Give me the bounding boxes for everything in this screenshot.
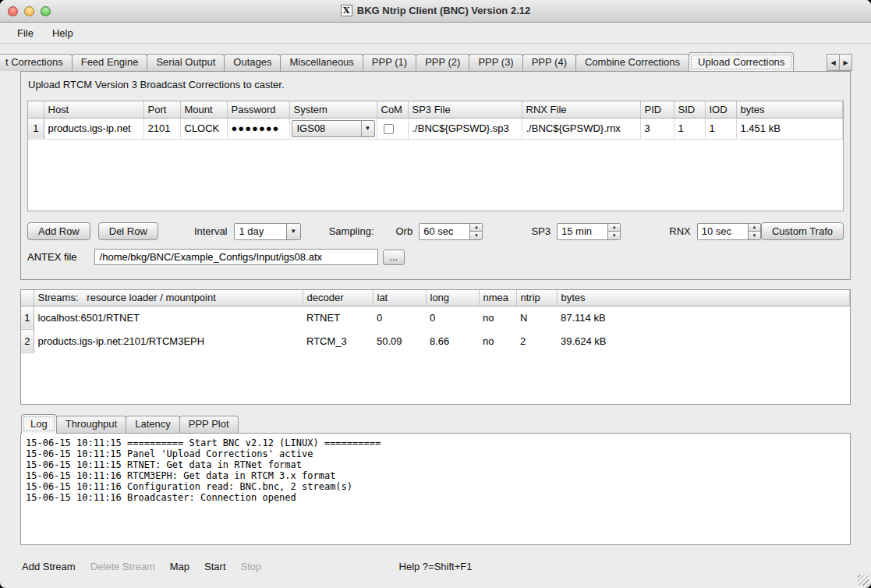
bytes-cell: 87.114 kB — [557, 306, 850, 329]
rnx-spinbox[interactable]: 10 sec ▲ ▼ — [697, 223, 761, 240]
titlebar[interactable]: X BKG Ntrip Client (BNC) Version 2.12 — [0, 0, 871, 23]
port-cell[interactable]: 2101 — [143, 118, 180, 139]
password-header[interactable]: Password — [227, 101, 289, 118]
resize-grip[interactable] — [858, 575, 869, 586]
stop-button: Stop — [241, 561, 262, 572]
nmea-cell[interactable]: no — [479, 306, 516, 329]
pid-header[interactable]: PID — [640, 101, 674, 118]
lat-header[interactable]: lat — [373, 290, 426, 306]
long-cell[interactable]: 0 — [426, 306, 479, 329]
decoder-header[interactable]: decoder — [303, 290, 373, 306]
mountpoint-cell[interactable]: products.igs-ip.net:2101/RTCM3EPH — [34, 329, 303, 352]
tab-log[interactable]: Log — [21, 414, 57, 434]
iod-header[interactable]: IOD — [705, 101, 736, 118]
tab-upload-corrections[interactable]: Upload Corrections — [689, 52, 794, 71]
interval-select[interactable]: 1 day ▼ — [234, 223, 301, 240]
mount-cell[interactable]: CLOCK — [180, 118, 227, 139]
stream-row[interactable]: 2 products.igs-ip.net:2101/RTCM3EPH RTCM… — [21, 329, 850, 352]
tab-latency[interactable]: Latency — [126, 416, 180, 433]
spin-up-icon[interactable]: ▲ — [470, 224, 482, 232]
tab-throughput[interactable]: Throughput — [56, 416, 127, 433]
close-button[interactable] — [8, 6, 18, 16]
lat-cell[interactable]: 50.09 — [373, 329, 426, 352]
upload-corrections-panel: Upload RTCM Version 3 Broadcast Correcti… — [20, 71, 851, 280]
tab-ppp-3[interactable]: PPP (3) — [469, 54, 522, 71]
tab-feed-engine[interactable]: Feed Engine — [72, 54, 148, 71]
custom-trafo-button[interactable]: Custom Trafo — [761, 222, 844, 240]
start-button[interactable]: Start — [204, 561, 225, 572]
ntrip-cell[interactable]: 2 — [516, 329, 557, 352]
pid-cell[interactable]: 3 — [640, 118, 674, 139]
password-cell[interactable]: ●●●●●●● — [227, 118, 289, 139]
sid-header[interactable]: SID — [674, 101, 705, 118]
bytes-cell: 1.451 kB — [736, 118, 843, 139]
row-index[interactable]: 2 — [21, 329, 34, 352]
ntrip-header[interactable]: ntrip — [516, 290, 557, 306]
tab-outages[interactable]: Outages — [224, 54, 281, 71]
orb-spinbox[interactable]: 60 sec ▲ ▼ — [419, 223, 483, 240]
map-button[interactable]: Map — [170, 561, 189, 572]
spin-up-icon[interactable]: ▲ — [608, 224, 620, 232]
nmea-header[interactable]: nmea — [479, 290, 516, 306]
tab-scroll-left-icon[interactable]: ◀ — [827, 54, 840, 71]
system-value: IGS08 — [292, 122, 361, 134]
long-cell[interactable]: 8.66 — [426, 329, 479, 352]
add-stream-button[interactable]: Add Stream — [22, 561, 76, 572]
log-line: 15-06-15 10:11:16 Configuration read: BN… — [26, 481, 845, 492]
mountpoint-header[interactable]: Streams: resource loader / mountpoint — [34, 290, 303, 306]
del-row-button[interactable]: Del Row — [98, 222, 158, 240]
system-header[interactable]: System — [289, 101, 377, 118]
browse-button[interactable]: ... — [383, 250, 405, 265]
decoder-cell[interactable]: RTCM_3 — [303, 329, 373, 352]
menu-help[interactable]: Help — [46, 26, 80, 41]
rnx-value: 10 sec — [698, 224, 748, 239]
tab-serial-output[interactable]: Serial Output — [147, 54, 225, 71]
mountpoint-cell[interactable]: localhost:6501/RTNET — [34, 306, 303, 329]
decoder-cell[interactable]: RTNET — [303, 306, 373, 329]
sp3-spinbox[interactable]: 15 min ▲ ▼ — [557, 223, 621, 240]
tab-miscellaneous[interactable]: Miscellaneous — [280, 54, 363, 71]
minimize-button[interactable] — [24, 6, 34, 16]
sp3-file-cell[interactable]: ./BNC${GPSWD}.sp3 — [408, 118, 522, 139]
antex-file-input[interactable]: /home/bkg/BNC/Example_Configs/Input/igs0… — [94, 249, 378, 265]
tab-broadcast-corrections[interactable]: t Corrections — [0, 54, 73, 71]
spin-down-icon[interactable]: ▼ — [470, 232, 482, 239]
long-header[interactable]: long — [426, 290, 479, 306]
tab-ppp-1[interactable]: PPP (1) — [363, 54, 416, 71]
sp3-file-header[interactable]: SP3 File — [408, 101, 522, 118]
stream-row[interactable]: 1 localhost:6501/RTNET RTNET 0 0 no N 87… — [21, 306, 850, 329]
system-select[interactable]: IGS08 ▼ — [292, 120, 375, 137]
main-tab-bar: t Corrections Feed Engine Serial Output … — [0, 48, 871, 71]
com-checkbox[interactable] — [384, 124, 394, 134]
sid-cell[interactable]: 1 — [674, 118, 705, 139]
tab-ppp-4[interactable]: PPP (4) — [522, 54, 576, 71]
rnx-file-cell[interactable]: ./BNC${GPSWD}.rnx — [522, 118, 640, 139]
row-index[interactable]: 1 — [28, 118, 44, 139]
menu-file[interactable]: File — [11, 26, 40, 41]
row-index[interactable]: 1 — [21, 306, 34, 329]
lat-cell[interactable]: 0 — [373, 306, 426, 329]
com-header[interactable]: CoM — [377, 101, 408, 118]
bytes-header[interactable]: bytes — [736, 101, 843, 118]
rnx-file-header[interactable]: RNX File — [522, 101, 640, 118]
tab-ppp-2[interactable]: PPP (2) — [416, 54, 469, 71]
log-line: 15-06-15 10:11:16 Broadcaster: Connectio… — [26, 492, 845, 503]
iod-cell[interactable]: 1 — [705, 118, 736, 139]
ntrip-cell[interactable]: N — [516, 306, 557, 329]
action-bar: Add Stream Delete Stream Map Start Stop … — [0, 545, 871, 588]
port-header[interactable]: Port — [143, 101, 180, 118]
bytes-header[interactable]: bytes — [557, 290, 850, 306]
tab-combine-corrections[interactable]: Combine Corrections — [575, 54, 689, 71]
spin-up-icon[interactable]: ▲ — [749, 224, 760, 232]
nmea-cell[interactable]: no — [479, 329, 516, 352]
upload-controls: Add Row Del Row Interval 1 day ▼ Samplin… — [27, 222, 844, 240]
add-row-button[interactable]: Add Row — [27, 222, 90, 240]
zoom-button[interactable] — [41, 6, 51, 16]
tab-ppp-plot[interactable]: PPP Plot — [179, 416, 239, 433]
host-header[interactable]: Host — [44, 101, 143, 118]
tab-scroll-right-icon[interactable]: ▶ — [839, 54, 852, 71]
spin-down-icon[interactable]: ▼ — [749, 232, 760, 239]
host-cell[interactable]: products.igs-ip.net — [44, 118, 143, 139]
mount-header[interactable]: Mount — [180, 101, 227, 118]
spin-down-icon[interactable]: ▼ — [608, 232, 620, 239]
